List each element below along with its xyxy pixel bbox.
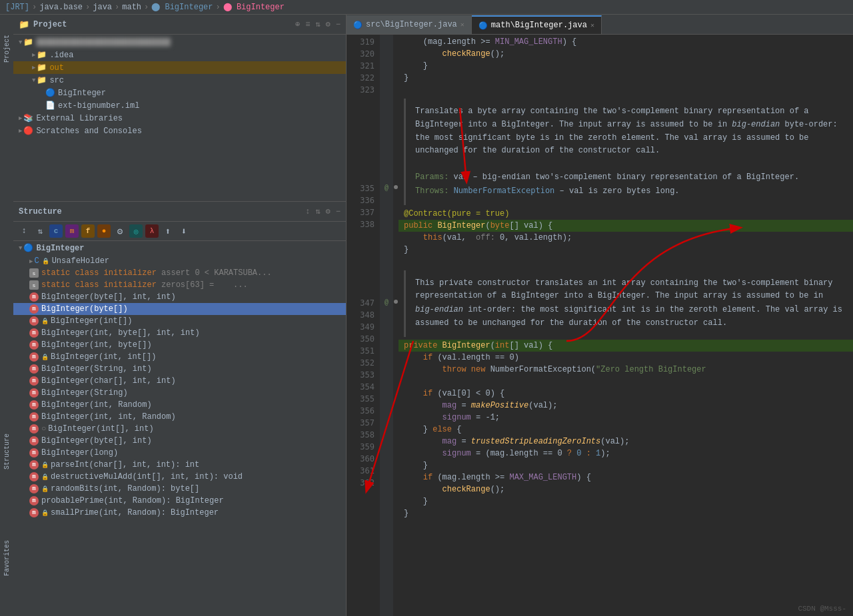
tab-math-close[interactable]: ✕: [590, 21, 594, 29]
arrow-icon: ▶: [19, 115, 22, 122]
struct-root[interactable]: ▼ 🔵 BigInteger: [13, 241, 346, 255]
struct-item-static2[interactable]: s static class initializer zeros[63] = .…: [13, 279, 346, 291]
ln-347: 347: [347, 297, 375, 309]
struct-item-ctor10[interactable]: m BigInteger(int, Random): [13, 399, 346, 411]
tree-item-ext[interactable]: 📄 ext-bignumber.iml: [13, 99, 346, 112]
struct-btn-red[interactable]: λ: [145, 224, 159, 238]
struct-item-ctor14[interactable]: m BigInteger(long): [13, 447, 346, 459]
breadcrumb-bigint2[interactable]: ⬤ BigInteger: [223, 2, 285, 12]
ln-361: 361: [347, 465, 375, 477]
ln-doc1: [347, 96, 375, 182]
breadcrumb-math[interactable]: math: [122, 3, 141, 12]
struct-sort1[interactable]: ↕: [305, 207, 310, 216]
struct-item-ctor9[interactable]: m BigInteger(String): [13, 387, 346, 399]
code-line-353: signum = -1;: [399, 412, 853, 424]
code-line-354: } else {: [399, 424, 853, 436]
class-icon: C: [34, 256, 39, 266]
struct-btn-m[interactable]: m: [65, 224, 79, 238]
struct-item-ctor7[interactable]: m BigInteger(String, int): [13, 363, 346, 375]
struct-btn-c[interactable]: c: [49, 224, 63, 238]
code-line-320: checkRange();: [399, 48, 853, 60]
m-icon-ctor8: m: [29, 376, 39, 386]
code-line-357: }: [399, 460, 853, 471]
struct-item-ctor4[interactable]: m BigInteger(int, byte[], int, int): [13, 327, 346, 339]
m-icon-static1: s: [29, 268, 39, 278]
structure-panel: Structure ↕ ⇅ ⚙ − ↕ ⇅ c m f ● ⚙ ◎ λ ⬆ ⬇: [13, 201, 347, 616]
struct-btn-teal[interactable]: ◎: [129, 224, 143, 238]
struct-item-randombits[interactable]: m 🔒 randomBits(int, Random): byte[]: [13, 483, 346, 495]
code-line-336: this(val, off: 0, val.length);: [399, 232, 853, 244]
watermark: CSDN @Msss-: [798, 605, 846, 613]
tree-item-extlib[interactable]: ▶ 📚 External Libraries: [13, 112, 346, 125]
struct-btn-up[interactable]: ⬆: [161, 224, 175, 238]
struct-ctor9-label: BigInteger(String): [41, 388, 128, 398]
project-toolbar-icon2[interactable]: ≡: [305, 20, 310, 29]
tab-src[interactable]: 🔵 src\BigInteger.java ✕: [347, 15, 472, 34]
breadcrumb-javabase[interactable]: java.base: [39, 3, 83, 12]
tree-idea-label: .idea: [49, 51, 73, 60]
struct-item-ctor5[interactable]: m BigInteger(int, byte[]): [13, 339, 346, 351]
tree-item-out[interactable]: ▶ 📁 out: [13, 61, 346, 74]
ln-doc2: [347, 230, 375, 297]
lock-icon4: 🔒: [41, 462, 49, 469]
structure-vertical-tab[interactable]: Structure: [1, 420, 13, 483]
breadcrumb-bigint1[interactable]: ⬤ BigInteger: [151, 2, 213, 12]
favorites-vertical-tab[interactable]: Favorites: [1, 527, 13, 589]
tab-math[interactable]: 🔵 math\BigInteger.java ✕: [472, 15, 602, 34]
struct-item-ctor8[interactable]: m BigInteger(char[], int, int): [13, 375, 346, 387]
struct-item-parseint[interactable]: m 🔒 parseInt(char[], int, int): int: [13, 459, 346, 471]
tree-item-root[interactable]: ▼ 📁 ████████████████████████████: [13, 36, 346, 49]
struct-root-icon: 🔵: [23, 243, 33, 253]
struct-item-ctor12[interactable]: m ○ BigInteger(int[], int): [13, 423, 346, 435]
project-vertical-tab[interactable]: Project: [1, 21, 13, 76]
project-toolbar-minimize[interactable]: −: [336, 20, 341, 29]
gutter-marker-347: @: [380, 297, 393, 309]
struct-item-smallprime[interactable]: m 🔒 smallPrime(int, Random): BigInteger: [13, 507, 346, 519]
breadcrumb-bar: [JRT] › java.base › java › math › ⬤ BigI…: [0, 0, 853, 15]
struct-btn-sort2[interactable]: ⇅: [33, 224, 47, 238]
doc-popup-1-throws: Throws: NumberFormatException – val is z…: [415, 184, 844, 198]
extlib-icon: 📚: [23, 113, 33, 123]
struct-sort2[interactable]: ⇅: [315, 206, 320, 216]
m-icon-ctor5: m: [29, 340, 39, 350]
breadcrumb-java[interactable]: java: [93, 3, 112, 12]
struct-ctor1-label: BigInteger(byte[], int, int): [41, 292, 176, 302]
tab-src-close[interactable]: ✕: [460, 21, 464, 29]
struct-item-destruc[interactable]: m 🔒 destructiveMulAdd(int[], int, int): …: [13, 471, 346, 483]
struct-item-probable[interactable]: m probablePrime(int, Random): BigInteger: [13, 495, 346, 507]
struct-randombits-label: randomBits(int, Random): byte[]: [51, 484, 199, 493]
tree-item-idea[interactable]: ▶ 📁 .idea: [13, 49, 346, 61]
tree-out-label: out: [49, 63, 64, 73]
struct-item-ctor6[interactable]: m 🔒 BigInteger(int, int[]): [13, 351, 346, 363]
ln-354: 354: [347, 381, 375, 393]
tree-item-src[interactable]: ▼ 📁 src: [13, 74, 346, 87]
struct-btn-f[interactable]: f: [81, 224, 95, 238]
struct-gear[interactable]: ⚙: [326, 206, 331, 216]
project-toolbar-icon3[interactable]: ⇅: [315, 19, 320, 29]
code-line-319: (mag.length >= MIN_MAG_LENGTH) {: [399, 36, 853, 48]
tab-bar: 🔵 src\BigInteger.java ✕ 🔵 math\BigIntege…: [347, 15, 853, 35]
struct-minimize[interactable]: −: [336, 207, 341, 216]
struct-item-unsafe[interactable]: ▶ C 🔒 UnsafeHolder: [13, 255, 346, 267]
code-area[interactable]: (mag.length >= MIN_MAG_LENGTH) { checkRa…: [399, 35, 853, 616]
struct-btn-orange[interactable]: ●: [97, 224, 111, 238]
struct-item-ctor11[interactable]: m BigInteger(int, int, Random): [13, 411, 346, 423]
project-toolbar-icon1[interactable]: ⊕: [295, 19, 300, 29]
struct-item-ctor1[interactable]: m BigInteger(byte[], int, int): [13, 291, 346, 303]
struct-btn-filter1[interactable]: ⚙: [113, 224, 127, 238]
struct-btn-sort-alpha[interactable]: ↕: [17, 224, 31, 238]
struct-ctor14-label: BigInteger(long): [41, 448, 118, 458]
struct-item-static1[interactable]: s static class initializer assert 0 < KA…: [13, 267, 346, 279]
tree-item-scratches[interactable]: ▶ 🔴 Scratches and Consoles: [13, 125, 346, 137]
project-toolbar-icon4[interactable]: ⚙: [326, 19, 331, 29]
breadcrumb-sep5: ›: [215, 3, 220, 12]
struct-item-ctor13[interactable]: m BigInteger(byte[], int): [13, 435, 346, 447]
struct-item-ctor2[interactable]: m BigInteger(byte[]): [13, 303, 346, 315]
tree-item-biginteger[interactable]: 🔵 BigInteger: [13, 87, 346, 99]
struct-item-ctor3[interactable]: m 🔒 BigInteger(int[]): [13, 315, 346, 327]
lock-icon: 🔒: [42, 258, 49, 265]
breadcrumb-jrt[interactable]: [JRT]: [5, 3, 29, 12]
code-line-335: public BigInteger(byte[] val) {: [399, 220, 853, 232]
ln-352: 352: [347, 357, 375, 369]
struct-btn-down[interactable]: ⬇: [177, 224, 191, 238]
